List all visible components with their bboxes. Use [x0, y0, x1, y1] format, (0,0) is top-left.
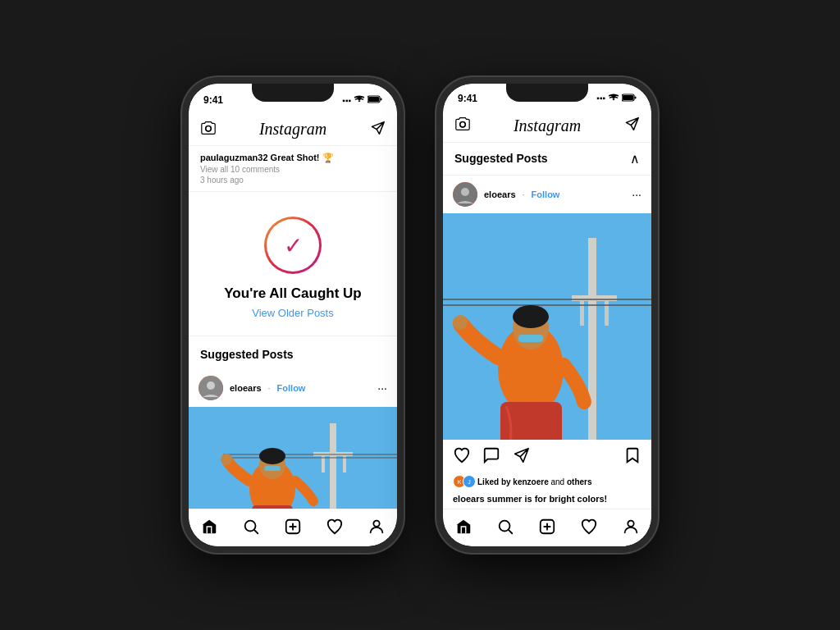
- svg-rect-27: [588, 238, 596, 440]
- svg-rect-8: [322, 456, 325, 472]
- svg-point-20: [373, 521, 379, 527]
- status-time-2: 9:41: [458, 93, 477, 104]
- svg-point-41: [628, 521, 633, 527]
- status-time-1: 9:41: [203, 94, 223, 106]
- check-circle: ✓: [264, 217, 322, 274]
- action-icons-left: [453, 446, 530, 468]
- phone-2: 9:41 ▪▪▪ Instagram: [436, 77, 658, 553]
- heart-nav-2[interactable]: [580, 518, 598, 540]
- add-nav-1[interactable]: [284, 518, 302, 540]
- svg-rect-1: [381, 98, 382, 101]
- more-options-1[interactable]: ···: [377, 381, 387, 395]
- svg-point-4: [207, 381, 215, 390]
- save-icon-2[interactable]: [623, 446, 641, 468]
- tiny-avatar-2: J: [463, 475, 476, 488]
- suggested-posts-label: Suggested Posts: [454, 152, 548, 165]
- avatar-2: [453, 182, 477, 207]
- search-nav-2[interactable]: [496, 518, 514, 540]
- comment-content: Great Shot! 🏆: [271, 153, 334, 162]
- search-nav-1[interactable]: [242, 518, 260, 540]
- profile-nav-1[interactable]: [368, 518, 386, 540]
- camera-icon-1[interactable]: [200, 121, 217, 139]
- comment-icon-2[interactable]: [482, 446, 500, 468]
- avatar-1: [199, 376, 223, 400]
- post-header-1: eloears · Follow ···: [189, 369, 397, 407]
- wifi-icon-1: [354, 95, 364, 105]
- notch-2: [506, 84, 588, 102]
- svg-point-38: [453, 315, 468, 330]
- view-comments-link[interactable]: View all 10 comments: [200, 165, 386, 174]
- checkmark-icon: ✓: [284, 232, 303, 259]
- likes-text: Liked by kenzoere and others: [477, 477, 592, 486]
- svg-point-25: [461, 188, 469, 196]
- time-ago-label: 3 hours ago: [200, 176, 386, 185]
- caught-up-title: You're All Caught Up: [224, 285, 361, 302]
- status-icons-1: ▪▪▪: [342, 95, 382, 105]
- camera-icon-2[interactable]: [454, 116, 471, 135]
- post-header-2: eloears · Follow ···: [443, 176, 651, 213]
- svg-rect-2: [368, 97, 379, 102]
- more-options-2[interactable]: ···: [632, 188, 641, 201]
- notch-1: [252, 84, 334, 102]
- send-icon-2[interactable]: [623, 116, 640, 135]
- instagram-logo-1: Instagram: [259, 120, 326, 139]
- post-username-2: eloears: [484, 189, 516, 199]
- svg-rect-13: [252, 505, 293, 509]
- post-username-1: eloears: [230, 383, 262, 393]
- post-image-2: [443, 213, 651, 440]
- profile-nav-2[interactable]: [622, 518, 640, 540]
- phone-1: 9:41 ▪▪▪ Instagram: [182, 77, 404, 553]
- suggested-posts-header: Suggested Posts: [189, 336, 397, 369]
- caption-text-2: summer is for bright colors!: [487, 494, 608, 504]
- comment-section: paulaguzman32 Great Shot! 🏆 View all 10 …: [189, 146, 397, 192]
- add-nav-2[interactable]: [538, 518, 556, 540]
- instagram-header-1: Instagram: [189, 113, 397, 146]
- caption-username-2: eloears: [453, 494, 485, 504]
- like-icon-2[interactable]: [453, 446, 471, 468]
- view-older-posts-link[interactable]: View Older Posts: [252, 307, 333, 319]
- follow-button-2[interactable]: Follow: [532, 189, 560, 199]
- share-icon-2[interactable]: [512, 446, 530, 468]
- caption-2: eloears summer is for bright colors!: [443, 494, 651, 509]
- likes-avatars: K J: [453, 475, 472, 488]
- dot-separator-1: ·: [268, 383, 271, 393]
- instagram-logo-2: Instagram: [514, 116, 581, 135]
- home-nav-2[interactable]: [454, 518, 472, 540]
- phone-2-screen: 9:41 ▪▪▪ Instagram: [443, 84, 651, 546]
- bottom-nav-2: [443, 509, 651, 546]
- status-icons-2: ▪▪▪: [596, 94, 637, 103]
- svg-point-17: [221, 454, 232, 465]
- likes-row: K J Liked by kenzoere and others: [453, 475, 641, 488]
- follow-button-1[interactable]: Follow: [277, 383, 306, 393]
- svg-rect-28: [572, 295, 617, 301]
- post-user-info-2: eloears · Follow: [453, 182, 559, 207]
- commenter-username: paulaguzman32: [200, 153, 268, 162]
- heart-nav-1[interactable]: [326, 518, 344, 540]
- phones-container: 9:41 ▪▪▪ Instagram: [182, 77, 658, 553]
- instagram-header-2: Instagram: [443, 110, 651, 143]
- likes-section: K J Liked by kenzoere and others: [443, 475, 651, 494]
- svg-rect-6: [330, 423, 336, 509]
- wifi-icon-2: [609, 94, 619, 103]
- post-image-1: [189, 407, 397, 509]
- battery-icon-2: [622, 94, 637, 103]
- phone-1-content: paulaguzman32 Great Shot! 🏆 View all 10 …: [189, 146, 397, 509]
- svg-rect-22: [635, 96, 637, 98]
- signal-icon-1: ▪▪▪: [342, 96, 351, 105]
- svg-rect-16: [264, 466, 281, 471]
- phone-1-screen: 9:41 ▪▪▪ Instagram: [189, 84, 397, 546]
- caught-up-section: ✓ You're All Caught Up View Older Posts: [189, 192, 397, 336]
- svg-rect-23: [623, 95, 633, 100]
- comment-text: paulaguzman32 Great Shot! 🏆: [200, 153, 386, 163]
- svg-point-36: [513, 305, 549, 328]
- post-actions-2: [443, 440, 651, 475]
- send-icon-1[interactable]: [369, 121, 386, 139]
- dot-separator-2: ·: [523, 189, 525, 199]
- svg-rect-37: [518, 335, 543, 342]
- battery-icon-1: [368, 95, 382, 105]
- home-nav-1[interactable]: [200, 518, 218, 540]
- suggested-posts-bar[interactable]: Suggested Posts ∧: [443, 143, 651, 176]
- collapse-icon[interactable]: ∧: [630, 151, 640, 167]
- signal-icon-2: ▪▪▪: [596, 94, 605, 103]
- bottom-nav-1: [189, 509, 397, 546]
